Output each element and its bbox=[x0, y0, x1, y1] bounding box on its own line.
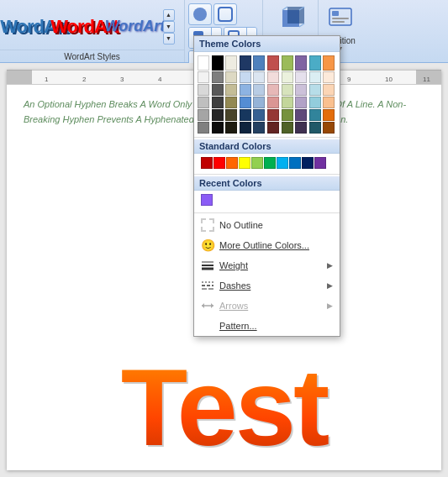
scroll-up-arrow[interactable]: ▲ bbox=[163, 9, 175, 21]
standard-color-6[interactable] bbox=[277, 157, 288, 169]
scroll-down-arrow[interactable]: ▼ bbox=[163, 21, 175, 33]
theme-color-1-5[interactable] bbox=[267, 71, 279, 83]
theme-color-2-6[interactable] bbox=[282, 84, 293, 96]
theme-color-3-3[interactable] bbox=[240, 97, 251, 108]
theme-color-0-4[interactable] bbox=[253, 55, 265, 71]
theme-color-4-8[interactable] bbox=[309, 109, 321, 121]
theme-color-5-7[interactable] bbox=[295, 122, 307, 134]
theme-color-0-0[interactable] bbox=[198, 55, 209, 71]
standard-color-0[interactable] bbox=[201, 157, 213, 169]
theme-color-4-5[interactable] bbox=[267, 109, 279, 121]
svg-text:1: 1 bbox=[45, 76, 49, 83]
theme-color-3-1[interactable] bbox=[212, 97, 224, 108]
theme-color-2-9[interactable] bbox=[323, 84, 335, 96]
pattern-item[interactable]: Pattern... bbox=[194, 316, 340, 336]
standard-color-7[interactable] bbox=[289, 157, 301, 169]
dashes-icon bbox=[201, 279, 214, 292]
theme-color-3-9[interactable] bbox=[323, 97, 335, 108]
theme-color-3-8[interactable] bbox=[309, 97, 321, 108]
theme-color-3-6[interactable] bbox=[282, 97, 293, 108]
theme-color-3-0[interactable] bbox=[198, 97, 209, 108]
theme-color-1-4[interactable] bbox=[253, 71, 265, 83]
wordart-item-3[interactable]: WordArt bbox=[111, 3, 160, 50]
weight-label: Weight bbox=[219, 260, 248, 270]
theme-color-5-4[interactable] bbox=[253, 122, 265, 134]
wordart-item-2[interactable]: WordArt bbox=[61, 3, 109, 50]
theme-color-2-7[interactable] bbox=[295, 84, 307, 96]
theme-color-0-9[interactable] bbox=[323, 55, 335, 71]
theme-color-2-8[interactable] bbox=[309, 84, 321, 96]
theme-color-1-1[interactable] bbox=[212, 71, 224, 83]
theme-color-4-6[interactable] bbox=[282, 109, 293, 121]
theme-color-0-5[interactable] bbox=[267, 55, 279, 71]
weight-item[interactable]: Weight ▶ bbox=[194, 255, 340, 275]
theme-color-2-3[interactable] bbox=[240, 84, 251, 96]
svg-rect-14 bbox=[332, 21, 345, 23]
theme-color-4-7[interactable] bbox=[295, 109, 307, 121]
theme-color-0-8[interactable] bbox=[309, 55, 321, 71]
wordart-text-3: WordArt bbox=[105, 18, 166, 35]
theme-color-0-3[interactable] bbox=[240, 55, 251, 71]
theme-color-5-8[interactable] bbox=[309, 122, 321, 134]
theme-color-2-1[interactable] bbox=[212, 84, 224, 96]
color-picker-dropdown: Theme Colors Standard Colors Recent Colo… bbox=[193, 35, 340, 337]
theme-color-4-0[interactable] bbox=[198, 109, 209, 121]
theme-colors-title: Theme Colors bbox=[194, 36, 340, 52]
more-colors-item[interactable]: 🙂 More Outline Colors... bbox=[194, 235, 340, 255]
svg-text:4: 4 bbox=[158, 76, 162, 83]
standard-color-4[interactable] bbox=[251, 157, 263, 169]
theme-color-5-2[interactable] bbox=[225, 122, 237, 134]
theme-color-1-7[interactable] bbox=[295, 71, 307, 83]
theme-color-1-9[interactable] bbox=[323, 71, 335, 83]
theme-color-5-3[interactable] bbox=[240, 122, 251, 134]
wordart-styles-section: WordArt WordArt WordArt ▲ ▼ ▼ WordArt St… bbox=[0, 0, 185, 62]
standard-color-1[interactable] bbox=[213, 157, 225, 169]
theme-colors-grid bbox=[194, 52, 340, 137]
dashes-arrow: ▶ bbox=[327, 281, 333, 290]
theme-color-2-5[interactable] bbox=[267, 84, 279, 96]
theme-color-4-2[interactable] bbox=[225, 109, 237, 121]
theme-color-2-2[interactable] bbox=[225, 84, 237, 96]
theme-color-1-3[interactable] bbox=[240, 71, 251, 83]
recent-colors-title: Recent Colors bbox=[194, 176, 340, 191]
theme-color-3-4[interactable] bbox=[253, 97, 265, 108]
menu-divider-1 bbox=[194, 212, 340, 213]
shape-btn-2[interactable] bbox=[213, 3, 237, 25]
theme-color-3-5[interactable] bbox=[267, 97, 279, 108]
theme-color-0-1[interactable] bbox=[212, 55, 224, 71]
theme-color-5-5[interactable] bbox=[267, 122, 279, 134]
shape-btn-1[interactable] bbox=[188, 3, 212, 25]
standard-color-5[interactable] bbox=[264, 157, 276, 169]
svg-marker-34 bbox=[211, 303, 213, 308]
theme-color-4-3[interactable] bbox=[240, 109, 251, 121]
standard-color-8[interactable] bbox=[302, 157, 314, 169]
theme-color-0-7[interactable] bbox=[295, 55, 307, 71]
theme-color-5-9[interactable] bbox=[323, 122, 335, 134]
theme-color-5-1[interactable] bbox=[212, 122, 224, 134]
standard-colors-title: Standard Colors bbox=[194, 139, 340, 154]
scroll-expand-arrow[interactable]: ▼ bbox=[163, 33, 175, 45]
theme-color-1-0[interactable] bbox=[198, 71, 209, 83]
theme-color-3-2[interactable] bbox=[225, 97, 237, 108]
theme-color-3-7[interactable] bbox=[295, 97, 307, 108]
dashes-label: Dashes bbox=[219, 280, 250, 291]
standard-color-2[interactable] bbox=[226, 157, 238, 169]
recent-color-0[interactable] bbox=[201, 194, 213, 206]
standard-color-3[interactable] bbox=[239, 157, 250, 169]
dashes-item[interactable]: Dashes ▶ bbox=[194, 275, 340, 296]
theme-color-1-8[interactable] bbox=[309, 71, 321, 83]
standard-color-9[interactable] bbox=[314, 157, 326, 169]
theme-color-2-0[interactable] bbox=[198, 84, 209, 96]
recent-colors-section: Recent Colors bbox=[194, 174, 340, 211]
theme-color-0-2[interactable] bbox=[225, 55, 237, 71]
theme-color-2-4[interactable] bbox=[253, 84, 265, 96]
theme-color-4-9[interactable] bbox=[323, 109, 335, 121]
no-outline-item[interactable]: No Outline bbox=[194, 215, 340, 235]
theme-color-4-1[interactable] bbox=[212, 109, 224, 121]
theme-color-5-6[interactable] bbox=[282, 122, 293, 134]
theme-color-1-2[interactable] bbox=[225, 71, 237, 83]
theme-color-5-0[interactable] bbox=[198, 122, 209, 134]
theme-color-4-4[interactable] bbox=[253, 109, 265, 121]
theme-color-0-6[interactable] bbox=[282, 55, 293, 71]
theme-color-1-6[interactable] bbox=[282, 71, 293, 83]
